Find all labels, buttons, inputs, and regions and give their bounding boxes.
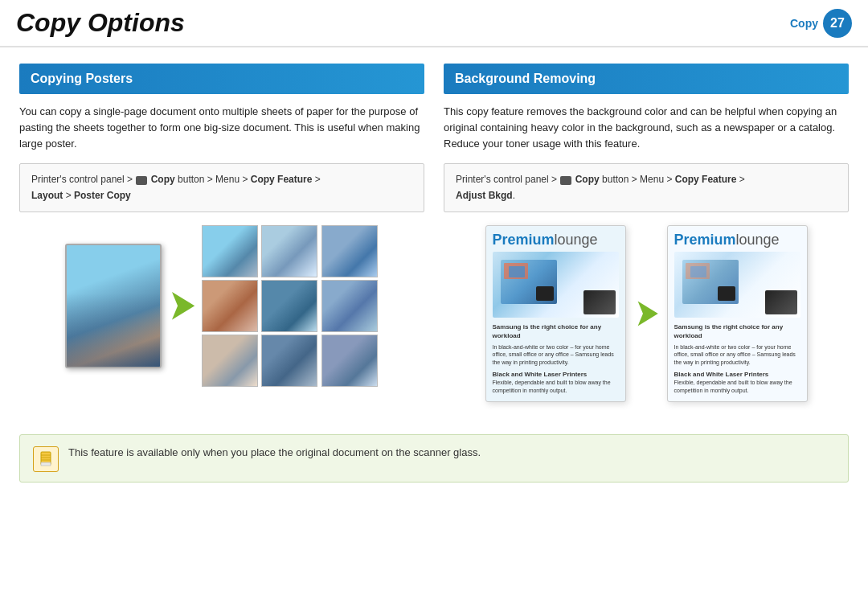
- badge-label: Copy: [790, 17, 818, 30]
- badge-number: 27: [823, 9, 852, 38]
- nav-path-text: Printer's control panel > Copy button > …: [31, 174, 321, 185]
- right-nav-path-text: Printer's control panel > Copy button > …: [456, 174, 745, 185]
- premium-text-before: Premium: [493, 232, 555, 248]
- left-column: Copying Posters You can copy a single-pa…: [19, 64, 424, 415]
- svg-rect-1: [41, 462, 51, 466]
- right-section-header: Background Removing: [444, 64, 849, 94]
- grid-cell-1: [202, 225, 258, 277]
- arrow-icon: ➤: [170, 284, 194, 328]
- original-photo: [65, 244, 162, 368]
- left-section-header: Copying Posters: [19, 64, 424, 94]
- lounge-text-after: lounge: [736, 232, 780, 248]
- premium-card-image-after: [674, 252, 800, 318]
- copy-button-label: Copy: [151, 174, 175, 185]
- premium-card-after: Premiumlounge Samsung is the right choic…: [667, 225, 808, 402]
- pencil-icon: [39, 451, 53, 467]
- premium-logo-after: Premiumlounge: [674, 232, 800, 247]
- note-box: This feature is available only when you …: [19, 434, 849, 483]
- grid-cell-9: [321, 335, 378, 387]
- header-badge: Copy 27: [790, 9, 852, 38]
- premium-text-after: Premium: [674, 232, 736, 248]
- poster-grid: [202, 225, 379, 387]
- grid-cell-6: [321, 280, 378, 332]
- premium-logo-before: Premiumlounge: [493, 232, 619, 247]
- right-column: Background Removing This copy feature re…: [444, 64, 849, 415]
- premium-card-before: Premiumlounge Samsung is the right choic…: [485, 225, 626, 402]
- copy-feature-label: Copy Feature: [251, 174, 313, 185]
- grid-cell-7: [202, 335, 258, 387]
- poster-copy-label: Poster Copy: [74, 190, 131, 201]
- main-content: Copying Posters You can copy a single-pa…: [0, 47, 868, 499]
- premium-card-image-before: [493, 252, 619, 318]
- bg-remove-arrow-icon: ➤: [636, 294, 657, 333]
- right-copy-feature-label: Copy Feature: [675, 174, 737, 185]
- right-copy-button-label: Copy: [575, 174, 600, 185]
- right-description: This copy feature removes the background…: [444, 104, 849, 152]
- bg-remove-illustration: Premiumlounge Samsung is the right choic…: [444, 225, 849, 402]
- left-description: You can copy a single-page document onto…: [19, 104, 424, 152]
- note-icon: [33, 446, 59, 472]
- grid-cell-4: [202, 280, 258, 332]
- lounge-text-before: lounge: [555, 232, 598, 248]
- page-header: Copy Options Copy 27: [0, 0, 868, 47]
- adjust-bkgd-label: Adjust Bkgd: [456, 190, 513, 201]
- two-columns: Copying Posters You can copy a single-pa…: [19, 64, 849, 415]
- premium-card-tagline-before: Samsung is the right choice for any work…: [493, 322, 619, 395]
- left-nav-path: Printer's control panel > Copy button > …: [19, 163, 424, 211]
- page-title: Copy Options: [16, 8, 185, 38]
- grid-cell-8: [261, 335, 317, 387]
- note-text: This feature is available only when you …: [68, 445, 481, 461]
- layout-label: Layout: [31, 190, 63, 201]
- grid-cell-5: [261, 280, 317, 332]
- premium-card-tagline-after: Samsung is the right choice for any work…: [674, 322, 800, 395]
- grid-cell-3: [321, 225, 378, 277]
- poster-illustration: ➤: [19, 225, 424, 387]
- right-nav-path: Printer's control panel > Copy button > …: [444, 163, 849, 211]
- grid-cell-2: [261, 225, 317, 277]
